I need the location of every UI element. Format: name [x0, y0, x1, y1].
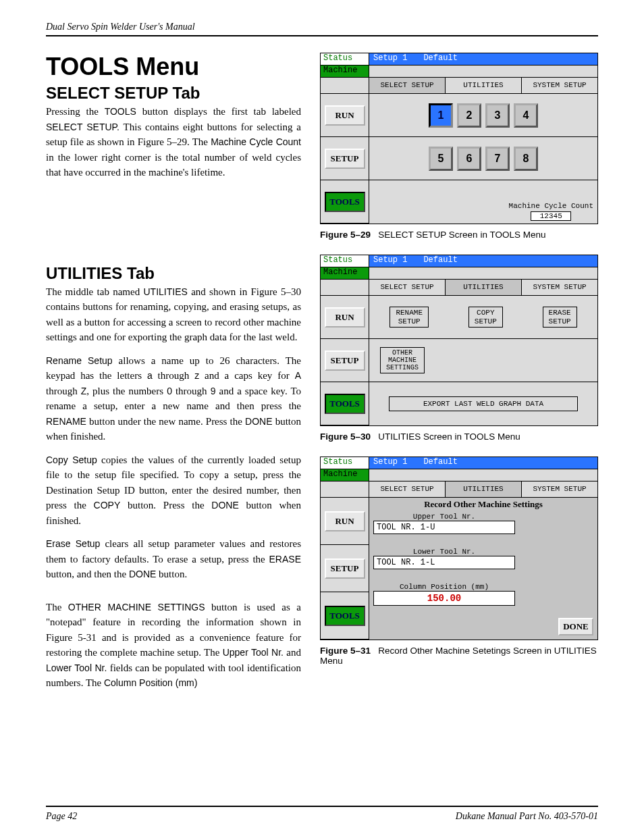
upper-tool-field[interactable]: TOOL NR. 1-U: [373, 521, 515, 534]
column-position-label: Column Position (mm): [373, 583, 515, 591]
copy-setup-button[interactable]: COPY SETUP: [468, 307, 503, 327]
page-header: Dual Servo Spin Welder User's Manual: [46, 20, 598, 36]
status-label: Status: [321, 53, 369, 66]
tab-utilities-3[interactable]: UTILITIES: [446, 481, 522, 497]
h2-utilities: UTILITIES Tab: [46, 264, 301, 283]
tab-select-setup-3[interactable]: SELECT SETUP: [369, 481, 446, 497]
upper-tool-label: Upper Tool Nr.: [373, 513, 515, 521]
figure-5-31-panel: Status Setup 1 Default Machine SELECT SE…: [320, 457, 598, 640]
setup-button[interactable]: SETUP: [325, 149, 365, 169]
setup-button-2[interactable]: SETUP: [325, 350, 365, 371]
lower-tool-label: Lower Tool Nr.: [373, 548, 515, 556]
machine-cycle-count: Machine Cycle Count 12345: [509, 202, 593, 221]
figure-5-29-caption: Figure 5–29 SELECT SETUP Screen in TOOLS…: [320, 230, 598, 240]
tab-system-setup[interactable]: SYSTEM SETUP: [522, 78, 597, 93]
status-setup-name: Setup 1: [373, 53, 407, 65]
para-select-setup: Pressing the TOOLS button displays the f…: [46, 104, 301, 180]
figure-5-29-panel: Status Setup 1 Default Machine SELECT SE…: [320, 53, 598, 224]
figure-5-30-caption: Figure 5–30 UTILITIES Screen in TOOLS Me…: [320, 432, 598, 442]
tab-select-setup[interactable]: SELECT SETUP: [369, 78, 446, 93]
tools-button-2[interactable]: TOOLS: [325, 394, 365, 414]
machine-label: Machine: [321, 66, 369, 78]
figure-5-30-panel: Status Setup 1 Default Machine SELECT SE…: [320, 255, 598, 426]
tab-select-setup-2[interactable]: SELECT SETUP: [369, 280, 446, 295]
status-default: Default: [423, 53, 457, 65]
tab-utilities-2[interactable]: UTILITIES: [446, 280, 522, 295]
para-erase-setup: Erase Setup clears all setup parameter v…: [46, 536, 301, 582]
export-last-weld-button[interactable]: EXPORT LAST WELD GRAPH DATA: [389, 396, 578, 411]
tab-system-setup-3[interactable]: SYSTEM SETUP: [522, 481, 597, 497]
setup-3-button[interactable]: 3: [485, 103, 510, 128]
side-setup: SETUP: [321, 137, 369, 180]
run-button[interactable]: RUN: [325, 105, 365, 126]
para-utilities-intro: The middle tab named UTILITIES and shown…: [46, 284, 301, 345]
setup-1-button[interactable]: 1: [429, 103, 453, 128]
tools-button-3[interactable]: TOOLS: [325, 606, 365, 626]
side-run: RUN: [321, 94, 369, 137]
side-tools: TOOLS: [321, 180, 369, 224]
status-label-2: Status: [321, 255, 369, 267]
right-column: Status Setup 1 Default Machine SELECT SE…: [320, 53, 598, 699]
run-button-3[interactable]: RUN: [325, 511, 365, 531]
erase-setup-button[interactable]: ERASE SETUP: [543, 307, 577, 327]
tools-button[interactable]: TOOLS: [325, 192, 365, 212]
done-button[interactable]: DONE: [558, 618, 593, 635]
setup-6-button[interactable]: 6: [457, 147, 481, 171]
header-title: Dual Servo Spin Welder User's Manual: [46, 22, 195, 32]
setup-4-button[interactable]: 4: [514, 103, 538, 128]
h1-tools-menu: TOOLS Menu: [46, 53, 301, 81]
tab-system-setup-2[interactable]: SYSTEM SETUP: [522, 280, 597, 295]
setup-button-3[interactable]: SETUP: [325, 558, 365, 579]
para-copy-setup: Copy Setup copies the values of the curr…: [46, 452, 301, 529]
setup-8-button[interactable]: 8: [514, 147, 538, 171]
column-position-field[interactable]: 150.00: [373, 591, 515, 606]
roms-title: Record Other Machine Settings: [373, 499, 593, 510]
para-rename-setup: Rename Setup allows a name up to 26 char…: [46, 353, 301, 444]
setup-7-button[interactable]: 7: [485, 147, 510, 171]
page-footer: Page 42 Dukane Manual Part No. 403-570-0…: [46, 806, 598, 822]
footer-partno: Dukane Manual Part No. 403-570-01: [456, 811, 598, 822]
footer-page: Page 42: [46, 811, 77, 822]
left-column: TOOLS Menu SELECT SETUP Tab Pressing the…: [46, 53, 301, 699]
tab-utilities[interactable]: UTILITIES: [446, 78, 522, 93]
mcc-value: 12345: [531, 211, 571, 221]
mcc-label: Machine Cycle Count: [509, 202, 593, 210]
status-bar: Setup 1 Default: [369, 53, 597, 66]
lower-tool-field[interactable]: TOOL NR. 1-L: [373, 556, 515, 569]
other-machine-settings-button[interactable]: OTHER MACHINE SETTINGS: [380, 347, 425, 373]
rename-setup-button[interactable]: RENAME SETUP: [390, 307, 429, 327]
setup-5-button[interactable]: 5: [429, 147, 453, 171]
h2-select-setup: SELECT SETUP Tab: [46, 84, 301, 103]
setup-2-button[interactable]: 2: [457, 103, 481, 128]
run-button-2[interactable]: RUN: [325, 307, 365, 328]
figure-5-31-caption: Figure 5–31 Record Other Machine Setetin…: [320, 646, 598, 666]
para-other-machine-settings: The OTHER MACHINE SETTINGS button is use…: [46, 600, 301, 691]
